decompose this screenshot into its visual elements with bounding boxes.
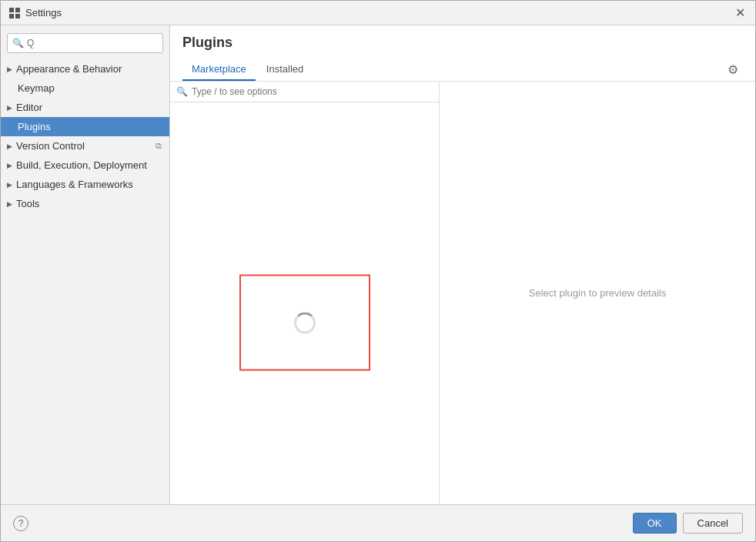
plugin-preview-panel: Select plugin to preview details [440, 82, 755, 504]
loading-spinner [294, 312, 316, 333]
window-title: Settings [25, 7, 732, 18]
tab-marketplace[interactable]: Marketplace [182, 59, 256, 81]
chevron-right-icon: ▶ [7, 65, 12, 73]
chevron-right-icon: ▶ [7, 200, 12, 208]
svg-rect-0 [9, 8, 14, 12]
sidebar-item-label: Editor [16, 102, 42, 113]
page-title: Plugins [182, 35, 743, 51]
plugin-list-panel: 🔍 [170, 82, 440, 504]
search-icon: 🔍 [176, 86, 188, 97]
svg-rect-3 [15, 14, 20, 18]
sidebar-item-keymap[interactable]: Keymap [1, 79, 169, 98]
sidebar: 🔍 ▶ Appearance & Behavior Keymap ▶ Edito… [1, 25, 170, 504]
gear-icon[interactable]: ⚙ [723, 59, 743, 80]
tab-installed[interactable]: Installed [257, 59, 313, 81]
sidebar-item-build[interactable]: ▶ Build, Execution, Deployment [1, 156, 169, 175]
svg-rect-2 [9, 14, 14, 18]
copy-icon: ⧉ [156, 141, 162, 151]
sidebar-search-input[interactable] [27, 38, 158, 49]
ok-button[interactable]: OK [633, 513, 677, 534]
sidebar-item-plugins[interactable]: Plugins [1, 117, 169, 136]
sidebar-item-label: Appearance & Behavior [16, 63, 122, 75]
search-icon: 🔍 [12, 38, 24, 49]
sidebar-item-languages[interactable]: ▶ Languages & Frameworks [1, 175, 169, 194]
sidebar-item-label: Build, Execution, Deployment [16, 159, 147, 171]
content-area: 🔍 ▶ Appearance & Behavior Keymap ▶ Edito… [1, 25, 755, 504]
sidebar-item-editor[interactable]: ▶ Editor [1, 98, 169, 117]
close-button[interactable]: ✕ [732, 5, 748, 21]
tabs-row: Marketplace Installed ⚙ [182, 59, 743, 81]
sidebar-search-bar[interactable]: 🔍 [7, 33, 163, 53]
svg-rect-1 [15, 8, 20, 12]
plugin-search-bar[interactable]: 🔍 [170, 82, 439, 102]
loading-box [239, 275, 370, 371]
cancel-button[interactable]: Cancel [683, 513, 743, 534]
sidebar-item-label: Tools [16, 198, 39, 209]
sidebar-item-label: Keymap [18, 82, 55, 94]
sidebar-item-label: Plugins [18, 121, 51, 132]
sidebar-item-label: Languages & Frameworks [16, 179, 133, 190]
chevron-right-icon: ▶ [7, 162, 12, 169]
chevron-right-icon: ▶ [7, 104, 12, 112]
plugin-list-content [170, 102, 439, 504]
main-header: Plugins Marketplace Installed ⚙ [170, 25, 755, 82]
chevron-right-icon: ▶ [7, 181, 12, 189]
title-bar: Settings ✕ [1, 1, 755, 25]
sidebar-item-version-control[interactable]: ▶ Version Control ⧉ [1, 136, 169, 156]
footer: ? OK Cancel [1, 504, 755, 541]
preview-placeholder-text: Select plugin to preview details [529, 287, 667, 299]
sidebar-item-tools[interactable]: ▶ Tools [1, 194, 169, 213]
settings-window: Settings ✕ 🔍 ▶ Appearance & Behavior Key… [0, 0, 756, 542]
plugin-search-input[interactable] [192, 86, 433, 97]
help-button[interactable]: ? [13, 516, 28, 531]
main-panel: Plugins Marketplace Installed ⚙ 🔍 [170, 25, 755, 504]
app-icon [8, 7, 21, 19]
chevron-right-icon: ▶ [7, 142, 12, 150]
sidebar-item-label: Version Control [16, 140, 85, 152]
sidebar-item-appearance[interactable]: ▶ Appearance & Behavior [1, 59, 169, 79]
plugin-area: 🔍 Select plugin to preview details [170, 82, 755, 504]
